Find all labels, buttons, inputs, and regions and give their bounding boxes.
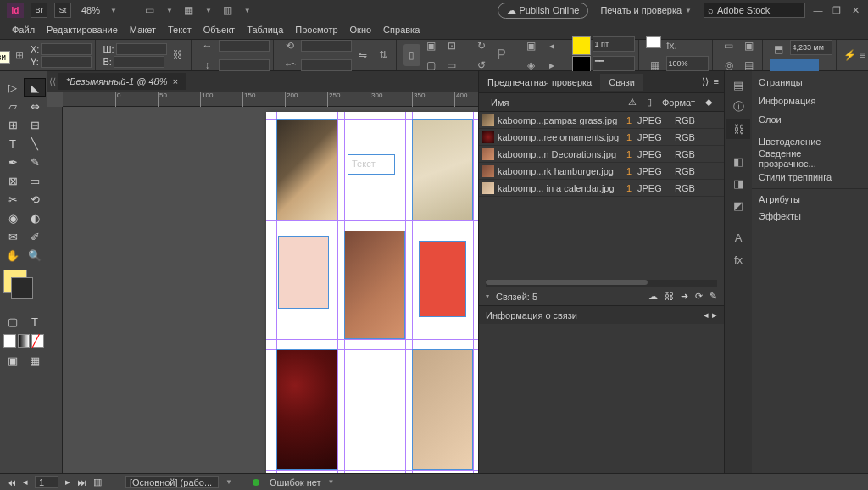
flip-h-icon[interactable]: ⇋ bbox=[353, 46, 372, 64]
line-tool[interactable]: ╲ bbox=[24, 134, 46, 153]
rotate-cw-icon[interactable]: ↻ bbox=[472, 36, 491, 55]
bridge-icon[interactable]: Br bbox=[31, 3, 47, 18]
gap-tool[interactable]: ⇔ bbox=[24, 97, 46, 115]
quick-apply-icon[interactable]: ⚡ bbox=[843, 46, 856, 64]
rotate-input[interactable] bbox=[301, 40, 352, 52]
menu-file[interactable]: Файл bbox=[7, 23, 40, 36]
pages-icon[interactable]: ▤ bbox=[726, 75, 750, 95]
link-row[interactable]: kaboomp...n Decorations.jpg1JPEGRGB bbox=[479, 146, 724, 163]
gradient-preview[interactable] bbox=[770, 59, 819, 71]
fx-icon[interactable]: fx. bbox=[663, 36, 682, 55]
view-mode-icon[interactable]: ▭ bbox=[141, 1, 159, 19]
panel-menu-icon[interactable]: ≡ bbox=[714, 76, 719, 87]
goto-link-icon[interactable]: ➜ bbox=[681, 291, 688, 302]
close-icon[interactable]: ✕ bbox=[849, 4, 861, 16]
image-frame[interactable] bbox=[412, 119, 473, 220]
apply-gradient-icon[interactable] bbox=[18, 334, 31, 348]
arrange-icon[interactable]: ▦ bbox=[180, 1, 198, 19]
color-frame[interactable] bbox=[419, 241, 466, 317]
preflight-status[interactable]: Ошибок нет bbox=[270, 477, 321, 487]
constrain-icon[interactable]: ⛓ bbox=[169, 46, 187, 64]
col-page-icon[interactable]: ▯ bbox=[642, 97, 657, 108]
selection-tool[interactable]: ▷ bbox=[2, 78, 24, 97]
first-page-icon[interactable]: ⏮ bbox=[7, 477, 16, 487]
opacity-input[interactable] bbox=[666, 56, 709, 71]
link-row[interactable]: kaboomp...rk hamburger.jpg1JPEGRGB bbox=[479, 163, 724, 180]
type-tool[interactable]: T bbox=[2, 134, 24, 153]
links-expand-icon[interactable]: ▾ bbox=[486, 292, 489, 300]
next-page-icon[interactable]: ▸ bbox=[65, 476, 70, 487]
chevron-down-icon[interactable]: ▼ bbox=[110, 7, 117, 14]
dock-layers[interactable]: Слои bbox=[752, 110, 868, 129]
pen-tool[interactable]: ✒ bbox=[2, 153, 24, 171]
ruler-vertical[interactable] bbox=[47, 107, 63, 490]
select-prev-icon[interactable]: ◂ bbox=[542, 36, 561, 55]
menu-object[interactable]: Объект bbox=[198, 23, 240, 36]
update-link-icon[interactable]: ⟳ bbox=[695, 291, 703, 302]
zoom-indicator[interactable]: 48% bbox=[78, 5, 103, 15]
links-icon[interactable]: ⛓ bbox=[726, 119, 750, 139]
format-container-icon[interactable]: ▢ bbox=[2, 312, 24, 331]
reference-point-icon[interactable]: ⊞ bbox=[10, 46, 29, 64]
link-row[interactable]: kaboomp...ree ornaments.jpg1JPEGRGB bbox=[479, 129, 724, 146]
image-frame[interactable] bbox=[344, 231, 405, 339]
screen-mode-icon[interactable]: ▥ bbox=[219, 1, 237, 19]
note-tool[interactable]: ✉ bbox=[2, 227, 24, 246]
apply-none-icon[interactable]: ╱ bbox=[31, 334, 44, 348]
stroke-weight-input[interactable] bbox=[593, 36, 635, 52]
gradient-feather-tool[interactable]: ◐ bbox=[24, 209, 46, 227]
apply-color-icon[interactable] bbox=[3, 334, 16, 348]
flattener-icon[interactable]: ◨ bbox=[726, 173, 750, 193]
stroke-style-input[interactable]: ━━ bbox=[593, 56, 635, 71]
transform-tool[interactable]: ⟲ bbox=[24, 190, 46, 209]
dock-pages[interactable]: Страницы bbox=[752, 73, 868, 92]
link-prev-icon[interactable]: ◂ bbox=[704, 309, 709, 320]
canvas[interactable]: Текст bbox=[63, 107, 478, 490]
eyedropper-tool[interactable]: ✐ bbox=[24, 227, 46, 246]
content-placer-tool[interactable]: ⊟ bbox=[24, 115, 46, 134]
prev-page-icon[interactable]: ◂ bbox=[23, 476, 28, 487]
shear-input[interactable] bbox=[301, 59, 352, 71]
h-input[interactable] bbox=[114, 56, 164, 68]
fit-content-icon[interactable]: ▣ bbox=[422, 36, 441, 55]
menu-table[interactable]: Таблица bbox=[242, 23, 288, 36]
minimize-icon[interactable]: — bbox=[812, 4, 824, 16]
stock-icon[interactable]: St bbox=[54, 3, 71, 18]
select-container-icon[interactable]: ▣ bbox=[522, 36, 541, 55]
relink-icon[interactable]: ⛓ bbox=[665, 291, 674, 302]
pencil-tool[interactable]: ✎ bbox=[24, 153, 46, 171]
center-content-icon[interactable]: ⊡ bbox=[442, 36, 461, 55]
menu-help[interactable]: Справка bbox=[378, 23, 425, 36]
scale-y-input[interactable] bbox=[219, 59, 270, 71]
edit-original-icon[interactable]: ✎ bbox=[709, 291, 717, 302]
scissors-tool[interactable]: ✂ bbox=[2, 190, 24, 209]
flip-v-icon[interactable]: ⇅ bbox=[374, 46, 392, 64]
wrap-none-icon[interactable]: ▭ bbox=[720, 36, 738, 55]
menu-window[interactable]: Окно bbox=[345, 23, 377, 36]
fill-stroke-swatch[interactable] bbox=[3, 270, 27, 293]
open-spread-icon[interactable]: ▥ bbox=[93, 476, 102, 487]
menu-edit[interactable]: Редактирование bbox=[42, 23, 123, 36]
image-frame[interactable] bbox=[276, 119, 337, 220]
menu-layout[interactable]: Макет bbox=[125, 23, 161, 36]
color-frame[interactable] bbox=[278, 236, 329, 309]
last-page-icon[interactable]: ⏭ bbox=[77, 477, 86, 487]
dock-separations[interactable]: Цветоделение bbox=[752, 131, 868, 149]
rect-frame-tool[interactable]: ⊠ bbox=[2, 171, 24, 190]
content-collector-tool[interactable]: ⊞ bbox=[2, 115, 24, 134]
col-format[interactable]: Формат bbox=[657, 97, 700, 108]
link-row[interactable]: kaboomp...pampas grass.jpg1JPEGRGB bbox=[479, 112, 724, 129]
scale-x-input[interactable] bbox=[219, 40, 270, 52]
zoom-tool[interactable]: 🔍 bbox=[24, 246, 46, 264]
corner-input[interactable] bbox=[790, 40, 832, 55]
text-frame[interactable]: Текст bbox=[348, 154, 395, 175]
hand-tool[interactable]: ✋ bbox=[2, 246, 24, 264]
page-field[interactable]: 1 bbox=[35, 476, 58, 488]
collapse-left-icon[interactable]: ⟨⟨ bbox=[47, 76, 58, 87]
format-text-icon[interactable]: T bbox=[24, 312, 46, 331]
w-input[interactable] bbox=[116, 43, 167, 55]
x-input[interactable] bbox=[41, 43, 92, 55]
fill-swatch[interactable] bbox=[572, 36, 591, 55]
attributes-icon[interactable]: A bbox=[726, 227, 750, 248]
links-scrollbar[interactable] bbox=[486, 280, 648, 285]
